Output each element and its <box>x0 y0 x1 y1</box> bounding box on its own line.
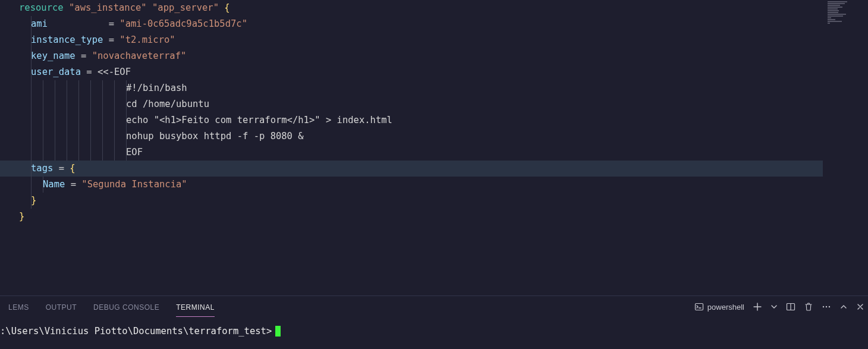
maximize-panel-button[interactable] <box>839 303 848 311</box>
svg-point-6 <box>829 306 830 307</box>
code-line[interactable]: nohup busybox httpd -f -p 8080 & <box>0 128 823 144</box>
code-line[interactable]: instance_type = "t2.micro" <box>0 32 823 48</box>
ellipsis-icon <box>822 302 831 312</box>
kill-terminal-button[interactable] <box>804 302 813 312</box>
code-line[interactable]: EOF <box>0 144 823 161</box>
close-icon <box>856 303 864 311</box>
tab-output[interactable]: OUTPUT <box>37 297 85 316</box>
code-line[interactable]: tags = { <box>0 161 823 177</box>
code-line[interactable]: resource "aws_instance" "app_server" { <box>0 0 823 16</box>
svg-point-4 <box>823 306 824 307</box>
terminal-cursor <box>275 326 281 337</box>
chevron-down-icon <box>770 303 778 310</box>
split-icon <box>786 302 795 312</box>
more-actions-button[interactable] <box>822 302 831 312</box>
code-line[interactable]: echo "<h1>Feito com terraform</h1>" > in… <box>0 112 823 128</box>
terminal-icon <box>694 302 704 312</box>
code-line[interactable]: user_data = <<-EOF <box>0 64 823 80</box>
bottom-panel: LEMS OUTPUT DEBUG CONSOLE TERMINAL power… <box>0 295 868 349</box>
code-line[interactable]: } <box>0 209 823 225</box>
tab-terminal[interactable]: TERMINAL <box>168 297 223 316</box>
tab-problems[interactable]: LEMS <box>0 297 37 316</box>
svg-point-5 <box>826 306 827 307</box>
chevron-up-icon <box>839 303 848 311</box>
terminal[interactable]: :\Users\Vinicius Piotto\Documents\terraf… <box>0 317 868 337</box>
shell-selector[interactable]: powershell <box>694 302 744 312</box>
plus-icon <box>753 302 762 312</box>
code-line[interactable]: #!/bin/bash <box>0 80 823 96</box>
panel-actions: powershell <box>694 296 864 317</box>
code-line[interactable]: Name = "Segunda Instancia" <box>0 177 823 193</box>
terminal-dropdown[interactable] <box>770 303 778 310</box>
minimap[interactable] <box>828 1 863 24</box>
svg-rect-0 <box>695 304 703 310</box>
trash-icon <box>804 302 813 312</box>
code-line[interactable]: key_name = "novachaveterraf" <box>0 48 823 64</box>
tab-debug-console[interactable]: DEBUG CONSOLE <box>85 297 168 316</box>
editor-area[interactable]: resource "aws_instance" "app_server" {am… <box>0 0 868 295</box>
split-terminal-button[interactable] <box>786 302 795 312</box>
code-editor[interactable]: resource "aws_instance" "app_server" {am… <box>0 0 823 225</box>
shell-label: powershell <box>707 303 744 312</box>
new-terminal-button[interactable] <box>753 302 762 312</box>
close-panel-button[interactable] <box>856 303 864 311</box>
terminal-prompt: :\Users\Vinicius Piotto\Documents\terraf… <box>0 326 272 337</box>
code-line[interactable]: ami = "ami-0c65adc9a5c1b5d7c" <box>0 16 823 32</box>
code-line[interactable]: } <box>0 193 823 209</box>
code-line[interactable]: cd /home/ubuntu <box>0 96 823 112</box>
